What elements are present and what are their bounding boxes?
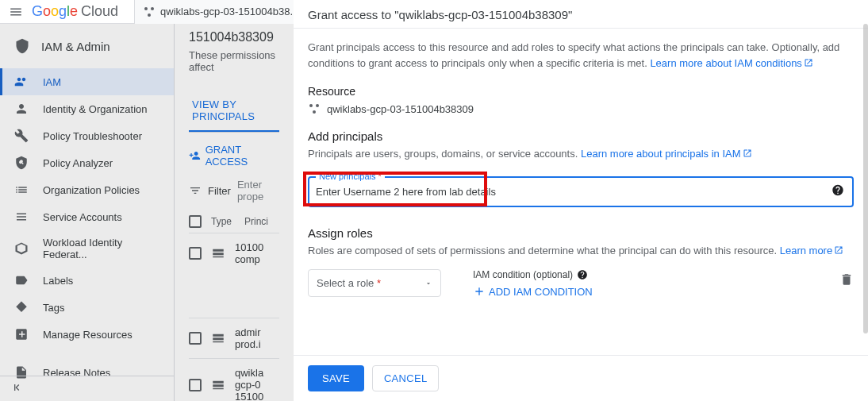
- table-row[interactable]: admir prod.i: [189, 318, 279, 358]
- service-account-icon: [14, 210, 29, 224]
- svg-rect-7: [213, 337, 224, 340]
- svg-rect-8: [213, 341, 224, 343]
- plus-icon: [473, 285, 486, 298]
- chevron-down-icon: [424, 280, 432, 287]
- chevron-left-icon: [11, 381, 24, 394]
- svg-rect-3: [213, 249, 224, 252]
- policy-icon: [14, 156, 29, 170]
- google-cloud-logo[interactable]: Google Cloud: [32, 3, 134, 20]
- people-icon: [14, 75, 29, 89]
- sidebar-item-identity[interactable]: Identity & Organization: [0, 95, 174, 122]
- tab-view-by-principals[interactable]: VIEW BY PRINCIPALS: [189, 91, 279, 132]
- panel-intro: Grant principals access to this resource…: [308, 40, 854, 71]
- sidebar-item-troubleshooter[interactable]: Policy Troubleshooter: [0, 122, 174, 149]
- sidebar-collapse[interactable]: [0, 376, 174, 401]
- scrollbar[interactable]: [863, 24, 868, 334]
- help-icon[interactable]: [832, 184, 844, 199]
- checkbox[interactable]: [189, 247, 202, 260]
- learn-more-roles-link[interactable]: Learn more: [780, 245, 843, 256]
- sidebar-item-label: Organization Policies: [43, 184, 140, 196]
- wrench-icon: [14, 129, 29, 143]
- external-link-icon: [804, 58, 813, 67]
- assign-roles-desc: Roles are composed of sets of permission…: [308, 243, 854, 259]
- help-icon[interactable]: [577, 269, 588, 280]
- svg-point-0: [144, 7, 148, 10]
- list-icon: [14, 183, 29, 197]
- project-selector[interactable]: qwiklabs-gcp-03-151004b38...: [134, 0, 307, 24]
- filter-bar[interactable]: Filter Enter prope: [189, 179, 279, 202]
- sidebar-item-tags[interactable]: Tags: [0, 294, 174, 321]
- hamburger-menu[interactable]: [0, 5, 32, 19]
- external-link-icon: [834, 245, 843, 255]
- filter-icon: [189, 184, 202, 197]
- select-role-dropdown[interactable]: Select a role *: [308, 269, 441, 297]
- table-row[interactable]: qwikla gcp-0 15100: [189, 358, 279, 401]
- page-desc: These permissions affect: [189, 49, 279, 73]
- grant-access-button[interactable]: GRANT ACCESS: [189, 144, 279, 168]
- sidebar-item-label: Policy Analyzer: [43, 157, 113, 169]
- service-account-icon: [211, 246, 225, 260]
- svg-point-12: [309, 104, 313, 107]
- cloud-label: Cloud: [81, 3, 118, 20]
- svg-rect-10: [213, 384, 224, 387]
- svg-rect-4: [213, 253, 224, 255]
- project-name: qwiklabs-gcp-03-151004b38...: [160, 6, 298, 17]
- svg-point-13: [316, 104, 319, 107]
- service-account-icon: [211, 331, 225, 345]
- iam-condition-label: IAM condition (optional): [473, 269, 588, 280]
- sidebar-item-labels[interactable]: Labels: [0, 267, 174, 294]
- cancel-button[interactable]: CANCEL: [372, 365, 440, 391]
- label-icon: [14, 273, 29, 287]
- sidebar-item-label: IAM: [43, 76, 61, 88]
- sidebar-item-label: Identity & Organization: [43, 103, 148, 115]
- resource-heading: Resource: [308, 85, 854, 98]
- service-account-icon: [211, 378, 225, 392]
- checkbox[interactable]: [189, 332, 202, 345]
- project-icon: [143, 6, 156, 18]
- save-button[interactable]: SAVE: [308, 365, 364, 391]
- trash-icon: [839, 272, 854, 287]
- input-legend: New principals: [319, 172, 376, 181]
- shield-icon: [14, 38, 30, 54]
- checkbox-all[interactable]: [189, 215, 202, 228]
- sidebar-item-iam[interactable]: IAM: [0, 68, 174, 95]
- resources-icon: [14, 327, 29, 341]
- assign-roles-heading: Assign roles: [308, 226, 854, 240]
- table-row[interactable]: 10100 comp: [189, 233, 279, 273]
- sidebar-item-label: Manage Resources: [43, 329, 133, 341]
- project-icon: [308, 102, 321, 115]
- svg-point-2: [148, 13, 151, 17]
- sidebar-item-org-policies[interactable]: Organization Policies: [0, 176, 174, 203]
- grant-access-panel: Grant access to "qwiklabs-gcp-03-151004b…: [294, 0, 868, 401]
- svg-point-14: [313, 110, 316, 114]
- sidebar-item-manage-resources[interactable]: Manage Resources: [0, 321, 174, 348]
- page-subtitle: 151004b38309: [189, 30, 279, 44]
- workload-icon: [14, 241, 29, 256]
- external-link-icon: [743, 148, 752, 158]
- delete-role-button[interactable]: [839, 269, 854, 289]
- table-header: Type Princi: [189, 210, 279, 233]
- new-principals-input[interactable]: [316, 186, 824, 198]
- sidebar-item-label: Policy Troubleshooter: [43, 130, 142, 142]
- sidebar-item-workload-identity[interactable]: Workload Identity Federat...: [0, 230, 174, 267]
- checkbox[interactable]: [189, 379, 202, 391]
- sidebar-item-service-accounts[interactable]: Service Accounts: [0, 203, 174, 230]
- svg-rect-9: [213, 380, 224, 383]
- svg-rect-5: [213, 256, 224, 258]
- resource-value: qwiklabs-gcp-03-151004b38309: [308, 102, 854, 115]
- svg-rect-6: [213, 334, 224, 337]
- sidebar-item-label: Service Accounts: [43, 211, 122, 223]
- learn-more-principals-link[interactable]: Learn more about principals in IAM: [581, 148, 752, 160]
- learn-more-conditions-link[interactable]: Learn more about IAM conditions: [650, 57, 813, 69]
- sidebar-item-analyzer[interactable]: Policy Analyzer: [0, 149, 174, 176]
- panel-title: Grant access to "qwiklabs-gcp-03-151004b…: [294, 0, 868, 28]
- sidebar-item-label: Workload Identity Federat...: [43, 237, 159, 260]
- new-principals-field-wrap[interactable]: New principals *: [308, 176, 854, 207]
- svg-rect-11: [213, 388, 224, 389]
- sidebar-title: IAM & Admin: [0, 24, 174, 68]
- sidebar-item-label: Tags: [43, 302, 64, 314]
- add-principals-desc: Principals are users, groups, domains, o…: [308, 146, 854, 162]
- add-iam-condition-button[interactable]: ADD IAM CONDITION: [473, 285, 593, 298]
- svg-point-1: [151, 7, 154, 10]
- add-principals-heading: Add principals: [308, 129, 854, 143]
